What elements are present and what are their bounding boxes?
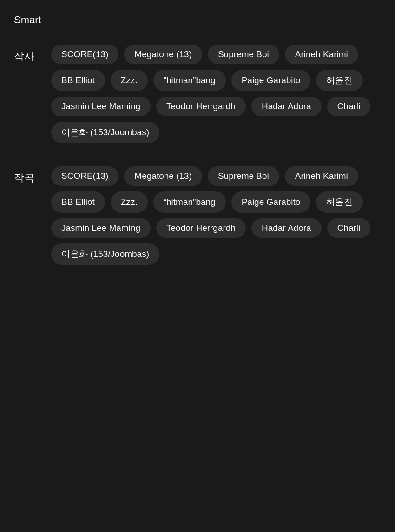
section-label-composer: 작곡 bbox=[14, 166, 51, 185]
tag-composer-4[interactable]: BB Elliot bbox=[51, 191, 105, 213]
tag-lyricist-3[interactable]: Arineh Karimi bbox=[285, 45, 358, 64]
tag-composer-0[interactable]: SCORE(13) bbox=[51, 166, 118, 186]
tag-composer-8[interactable]: 허윤진 bbox=[316, 191, 363, 213]
tag-lyricist-12[interactable]: Charli bbox=[327, 97, 371, 116]
tag-composer-10[interactable]: Teodor Herrgardh bbox=[156, 218, 246, 238]
tag-lyricist-10[interactable]: Teodor Herrgardh bbox=[156, 97, 246, 116]
tag-lyricist-5[interactable]: Zzz. bbox=[111, 70, 148, 91]
tag-lyricist-13[interactable]: 이은화 (153/Joombas) bbox=[51, 122, 159, 143]
tag-composer-13[interactable]: 이은화 (153/Joombas) bbox=[51, 243, 159, 265]
tag-composer-7[interactable]: Paige Garabito bbox=[231, 191, 311, 213]
tag-composer-1[interactable]: Megatone (13) bbox=[124, 166, 202, 186]
tag-composer-3[interactable]: Arineh Karimi bbox=[285, 166, 358, 186]
tag-composer-5[interactable]: Zzz. bbox=[111, 191, 148, 213]
tag-lyricist-1[interactable]: Megatone (13) bbox=[124, 45, 202, 64]
tag-lyricist-0[interactable]: SCORE(13) bbox=[51, 45, 118, 64]
tag-lyricist-2[interactable]: Supreme Boi bbox=[208, 45, 279, 64]
tag-lyricist-11[interactable]: Hadar Adora bbox=[251, 97, 322, 116]
section-label-lyricist: 작사 bbox=[14, 45, 51, 63]
tag-composer-6[interactable]: “hitman”bang bbox=[153, 191, 226, 213]
section-lyricist: 작사SCORE(13)Megatone (13)Supreme BoiArine… bbox=[14, 45, 381, 143]
tag-lyricist-7[interactable]: Paige Garabito bbox=[231, 70, 311, 91]
tag-lyricist-4[interactable]: BB Elliot bbox=[51, 70, 105, 91]
tag-composer-9[interactable]: Jasmin Lee Maming bbox=[51, 218, 151, 238]
tag-composer-11[interactable]: Hadar Adora bbox=[251, 218, 322, 238]
tag-lyricist-6[interactable]: “hitman”bang bbox=[153, 70, 226, 91]
app-title: Smart bbox=[14, 14, 381, 26]
section-composer: 작곡SCORE(13)Megatone (13)Supreme BoiArine… bbox=[14, 166, 381, 265]
tag-lyricist-9[interactable]: Jasmin Lee Maming bbox=[51, 97, 151, 116]
tag-composer-2[interactable]: Supreme Boi bbox=[208, 166, 279, 186]
tags-container-lyricist: SCORE(13)Megatone (13)Supreme BoiArineh … bbox=[51, 45, 381, 143]
tag-lyricist-8[interactable]: 허윤진 bbox=[316, 70, 363, 91]
tag-composer-12[interactable]: Charli bbox=[327, 218, 371, 238]
tags-container-composer: SCORE(13)Megatone (13)Supreme BoiArineh … bbox=[51, 166, 381, 265]
